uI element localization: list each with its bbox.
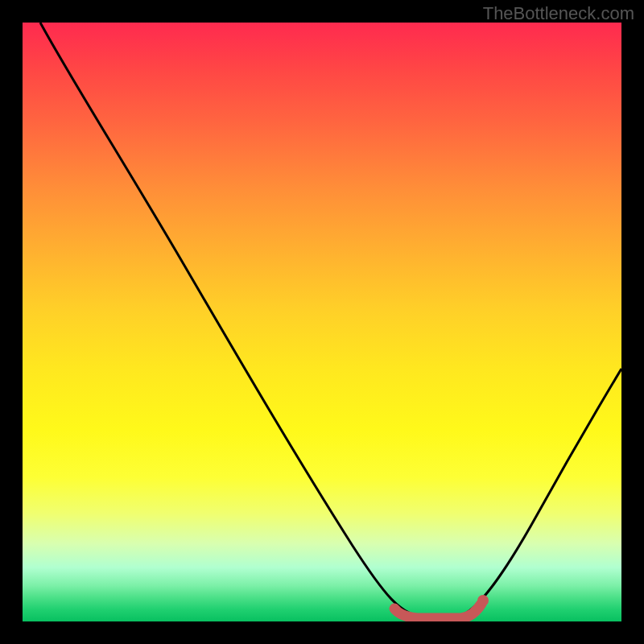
bottleneck-curve-svg — [23, 23, 621, 621]
valley-highlight-stroke — [394, 604, 481, 618]
bottleneck-curve-path — [40, 23, 621, 617]
valley-highlight-dot — [477, 595, 489, 606]
gradient-plot-area — [23, 23, 621, 621]
watermark-text: TheBottleneck.com — [483, 3, 634, 24]
